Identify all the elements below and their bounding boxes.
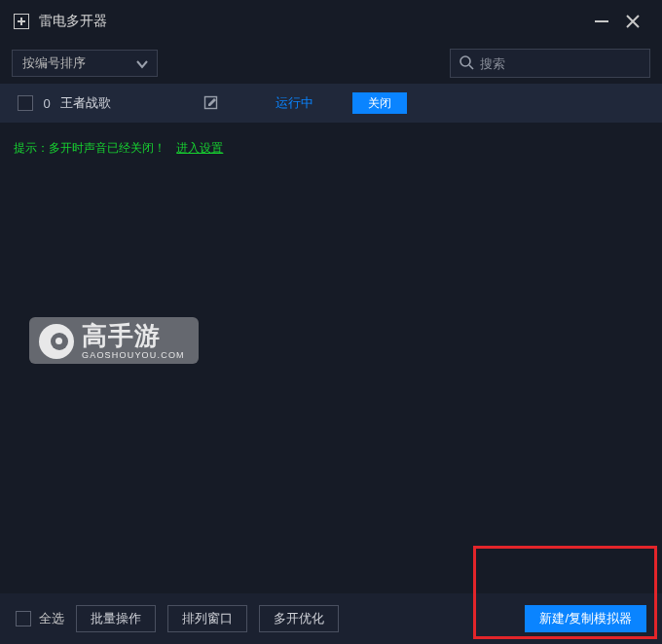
- svg-line-1: [469, 65, 473, 69]
- batch-button[interactable]: 批量操作: [76, 605, 156, 632]
- instance-close-button[interactable]: 关闭: [352, 92, 407, 114]
- search-input[interactable]: [480, 56, 644, 71]
- sort-dropdown-label: 按编号排序: [22, 54, 86, 72]
- hint-text: 提示：多开时声音已经关闭！: [14, 141, 166, 155]
- search-icon: [459, 54, 480, 73]
- svg-point-0: [460, 56, 470, 66]
- instance-index: 0: [33, 96, 60, 111]
- hint-row: 提示：多开时声音已经关闭！ 进入设置: [0, 123, 662, 174]
- watermark-en: GAOSHOUYOU.COM: [82, 350, 185, 360]
- arrange-windows-button[interactable]: 排列窗口: [167, 605, 247, 632]
- chevron-down-icon: [135, 57, 149, 74]
- sort-dropdown[interactable]: 按编号排序: [12, 50, 158, 77]
- watermark: 高手游 GAOSHOUYOU.COM: [29, 317, 199, 364]
- new-copy-emulator-button[interactable]: 新建/复制模拟器: [525, 605, 646, 632]
- select-all-label: 全选: [39, 610, 64, 627]
- optimize-button[interactable]: 多开优化: [259, 605, 339, 632]
- instance-checkbox[interactable]: [18, 95, 33, 111]
- select-all-checkbox[interactable]: [16, 611, 31, 626]
- close-window-button[interactable]: [617, 6, 648, 37]
- window-title: 雷电多开器: [39, 13, 586, 30]
- app-icon: [14, 14, 29, 29]
- instance-name: 王者战歌: [60, 94, 197, 112]
- watermark-cn: 高手游: [82, 323, 185, 348]
- edit-icon[interactable]: [197, 95, 226, 111]
- search-box[interactable]: [450, 49, 650, 78]
- minimize-button[interactable]: [586, 6, 617, 37]
- hint-settings-link[interactable]: 进入设置: [176, 141, 223, 155]
- watermark-logo-icon: [39, 324, 74, 359]
- instance-status: 运行中: [265, 94, 323, 112]
- instance-row: 0 王者战歌 运行中 关闭: [0, 84, 662, 123]
